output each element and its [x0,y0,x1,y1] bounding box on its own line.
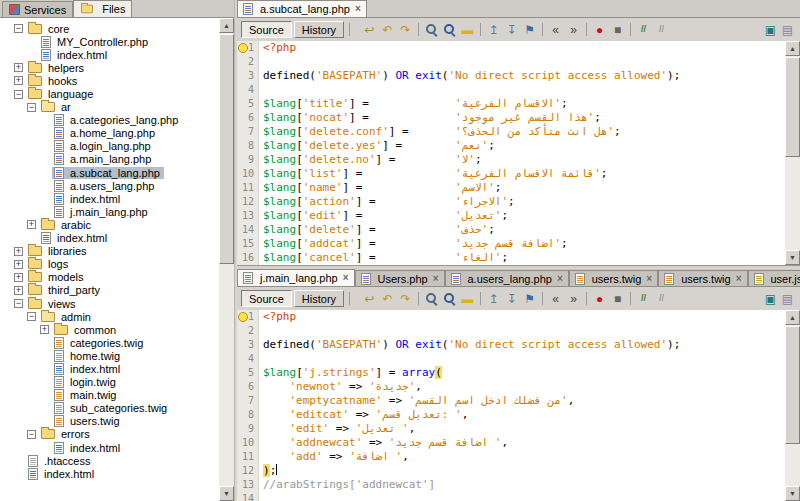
uncomment-icon[interactable]: // [653,290,670,307]
minus-expander-icon[interactable]: − [14,24,23,33]
close-tab-icon[interactable]: × [736,274,742,284]
panel-tab-files[interactable]: Files [73,0,132,17]
next-bookmark-icon[interactable]: ↧ [503,21,520,38]
toggle-bookmark-icon[interactable]: ⚑ [521,21,538,38]
profiler-icon[interactable]: ▣ [762,21,779,38]
stop-macro-icon[interactable]: ■ [609,290,626,307]
tree-node-index-html[interactable]: index.html [0,362,219,375]
tree-node-a-main-lang-php[interactable]: a.main_lang.php [0,153,219,166]
jump-back-icon[interactable]: ↶ [379,290,396,307]
tree-node-users-twig[interactable]: users.twig [0,415,219,428]
tree-node-a-categories-lang-php[interactable]: a.categories_lang.php [0,114,219,127]
tree-node-common[interactable]: +common [0,323,219,336]
source-button[interactable]: Source [241,290,292,307]
profiler-icon[interactable]: ▣ [762,290,779,307]
plus-expander-icon[interactable]: + [14,286,23,295]
record-macro-icon[interactable]: ● [591,290,608,307]
jump-back-icon[interactable]: ↶ [379,21,396,38]
scroll-down-icon[interactable]: ▼ [219,486,234,501]
last-edit-icon[interactable]: ↩ [361,290,378,307]
tree-node-language[interactable]: −language [0,87,219,100]
scroll-down-icon[interactable]: ▼ [785,250,800,265]
bottom-editor-scrollbar[interactable]: ▲ ▼ [785,310,800,501]
minus-expander-icon[interactable]: − [27,312,36,321]
tree-node-third-party[interactable]: +third_party [0,284,219,297]
shift-right-icon[interactable]: » [565,21,582,38]
close-tab-icon[interactable]: × [646,274,652,284]
tree-node-categories-twig[interactable]: categories.twig [0,336,219,349]
tree-node-index-html[interactable]: index.html [0,467,219,480]
jump-forward-icon[interactable]: ↷ [397,21,414,38]
shift-right-icon[interactable]: » [565,290,582,307]
editor-tab-users-twig[interactable]: users.twig× [569,270,658,286]
history-button[interactable]: History [294,21,344,38]
toggle-highlight-icon[interactable]: ▬ [459,21,476,38]
top-editor-body[interactable]: 1<?php23defined('BASEPATH') OR exit('No … [237,41,800,265]
editor-tab-users-twig[interactable]: users.twig× [658,270,747,286]
record-macro-icon[interactable]: ● [591,21,608,38]
tree-node-index-html[interactable]: index.html [0,232,219,245]
next-bookmark-icon[interactable]: ↧ [503,290,520,307]
tree-node-views[interactable]: −views [0,297,219,310]
tree-node-index-html[interactable]: index.html [0,48,219,61]
tree-node-index-html[interactable]: index.html [0,192,219,205]
last-edit-icon[interactable]: ↩ [361,21,378,38]
editor-tab-j-main-lang-php[interactable]: j.main_lang.php× [237,269,355,286]
bottom-editor-scrollbar-thumb[interactable] [785,326,800,444]
minus-expander-icon[interactable]: − [14,90,23,99]
shift-left-icon[interactable]: « [547,21,564,38]
find-selection-icon[interactable] [423,21,440,38]
close-tab-icon[interactable]: × [355,4,361,14]
scroll-up-icon[interactable]: ▲ [219,18,234,33]
tree-node-htaccess[interactable]: .htaccess [0,454,219,467]
scroll-up-icon[interactable]: ▲ [785,41,800,56]
editor-tab-a-subcat-lang-php[interactable]: a.subcat_lang.php× [237,0,367,17]
tree-node-libraries[interactable]: +libraries [0,245,219,258]
plus-expander-icon[interactable]: + [14,260,23,269]
plus-expander-icon[interactable]: + [14,63,23,72]
toggle-highlight-icon[interactable]: ▬ [459,290,476,307]
top-editor-scrollbar-thumb[interactable] [785,57,800,157]
stop-macro-icon[interactable]: ■ [609,21,626,38]
tree-node-arabic[interactable]: +arabic [0,218,219,231]
comment-icon[interactable]: // [635,21,652,38]
panel-tab-services[interactable]: Services [2,1,73,17]
bottom-code-view[interactable]: 1<?php23defined('BASEPATH') OR exit('No … [237,310,785,501]
close-tab-icon[interactable]: × [557,274,563,284]
tree-scrollbar-thumb[interactable] [219,34,234,264]
plus-expander-icon[interactable]: + [14,76,23,85]
tree-node-a-subcat-lang-php[interactable]: a.subcat_lang.php [0,166,219,179]
editor-tab-user-js[interactable]: user.js× [748,270,800,286]
minus-expander-icon[interactable]: − [27,103,36,112]
plus-expander-icon[interactable]: + [14,273,23,282]
tree-node-admin[interactable]: −admin [0,310,219,323]
shift-left-icon[interactable]: « [547,290,564,307]
tree-node-my-controller-php[interactable]: MY_Controller.php [0,35,219,48]
tree-node-models[interactable]: +models [0,271,219,284]
tree-node-helpers[interactable]: +helpers [0,61,219,74]
tree-node-a-users-lang-php[interactable]: a.users_lang.php [0,179,219,192]
tree-node-home-twig[interactable]: home.twig [0,349,219,362]
minus-expander-icon[interactable]: − [14,299,23,308]
uncomment-icon[interactable]: // [653,21,670,38]
tree-node-core[interactable]: −core [0,22,219,35]
tree-node-j-main-lang-php[interactable]: j.main_lang.php [0,205,219,218]
plus-expander-icon[interactable]: + [14,247,23,256]
scroll-up-icon[interactable]: ▲ [785,310,800,325]
tree-node-logs[interactable]: +logs [0,258,219,271]
scroll-down-icon[interactable]: ▼ [785,486,800,501]
memory-icon[interactable]: ▤ [779,21,796,38]
close-tab-icon[interactable]: × [343,273,349,283]
plus-expander-icon[interactable]: + [27,220,36,229]
history-button[interactable]: History [294,290,344,307]
tree-node-sub-categories-twig[interactable]: sub_categories.twig [0,402,219,415]
previous-bookmark-icon[interactable]: ↥ [485,21,502,38]
find-occurrence-icon[interactable] [441,290,458,307]
close-tab-icon[interactable]: × [433,274,439,284]
tree-node-errors[interactable]: −errors [0,428,219,441]
find-occurrence-icon[interactable] [441,21,458,38]
tree-node-main-twig[interactable]: main.twig [0,389,219,402]
jump-forward-icon[interactable]: ↷ [397,290,414,307]
editor-tab-a-users-lang-php[interactable]: a.users_lang.php× [445,270,569,286]
editor-tab-users-php[interactable]: Users.php× [355,270,445,286]
